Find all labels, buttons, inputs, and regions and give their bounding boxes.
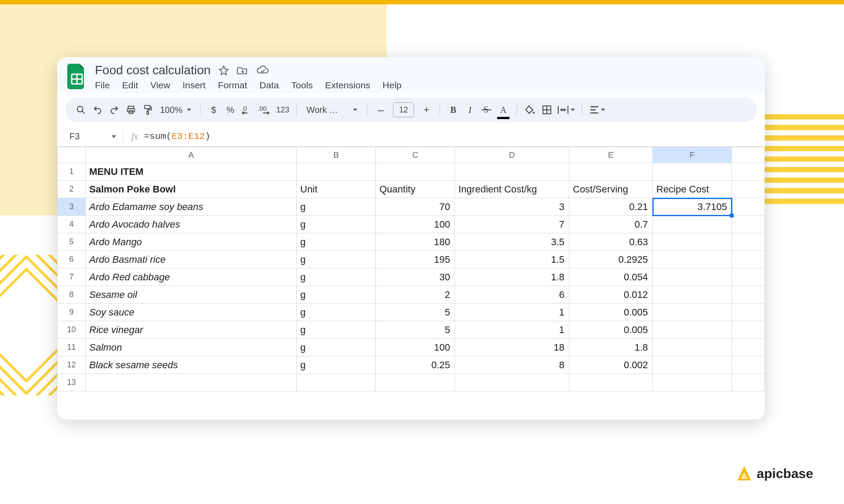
column-header-E[interactable]: E	[569, 147, 653, 163]
cell[interactable]: 1.8	[455, 268, 569, 286]
row-header[interactable]: 1	[58, 163, 86, 181]
cell[interactable]: 2	[376, 286, 455, 304]
cell[interactable]	[732, 286, 765, 304]
cell[interactable]: Salmon Poke Bowl	[86, 181, 297, 198]
menu-edit[interactable]: Edit	[122, 80, 138, 91]
strikethrough-button[interactable]: S	[479, 102, 495, 118]
cell[interactable]: 0.012	[569, 286, 653, 304]
paint-format-icon[interactable]	[140, 102, 156, 118]
column-header-C[interactable]: C	[376, 147, 455, 163]
name-box[interactable]: F3	[57, 131, 123, 141]
cell[interactable]	[732, 321, 765, 339]
cell[interactable]: g	[297, 339, 376, 356]
cell[interactable]	[376, 163, 455, 181]
horizontal-align-button[interactable]	[588, 102, 607, 118]
search-icon[interactable]	[73, 102, 89, 118]
cell[interactable]	[732, 374, 765, 392]
cell[interactable]	[732, 304, 765, 321]
cell[interactable]	[732, 198, 765, 216]
cell[interactable]: Ardo Red cabbage	[86, 268, 297, 286]
cell[interactable]	[569, 163, 653, 181]
cell[interactable]	[297, 163, 376, 181]
cell[interactable]	[297, 374, 376, 392]
cell[interactable]: 5	[376, 304, 455, 321]
cell[interactable]	[569, 374, 653, 392]
row-header[interactable]: 2	[58, 181, 86, 198]
column-header-extra[interactable]	[732, 147, 765, 163]
cell[interactable]	[653, 304, 732, 321]
spreadsheet-grid[interactable]: A B C D E F 1 MENU ITEM 2 Salmon Poke	[57, 147, 765, 420]
bold-button[interactable]: B	[445, 102, 461, 118]
cell[interactable]: 30	[376, 268, 455, 286]
cell[interactable]: 1	[455, 321, 569, 339]
sheets-logo-icon[interactable]	[67, 63, 87, 90]
cell[interactable]	[732, 268, 765, 286]
cell[interactable]	[653, 251, 732, 268]
cell[interactable]	[376, 374, 455, 392]
cell[interactable]: 5	[376, 321, 455, 339]
row-header[interactable]: 9	[58, 304, 86, 321]
cell[interactable]: Cost/Serving	[569, 181, 653, 198]
format-currency-button[interactable]: $	[206, 102, 222, 118]
cell[interactable]: 3.5	[455, 233, 569, 251]
active-cell[interactable]: 3.7105	[653, 198, 732, 216]
cell[interactable]: g	[297, 251, 376, 268]
cell[interactable]	[653, 286, 732, 304]
menu-tools[interactable]: Tools	[291, 80, 313, 91]
column-header-B[interactable]: B	[297, 147, 376, 163]
cell[interactable]	[86, 374, 297, 392]
cell[interactable]: Ardo Avocado halves	[86, 216, 297, 233]
cloud-saved-icon[interactable]	[256, 65, 269, 76]
merge-cells-button[interactable]	[556, 102, 577, 118]
cell[interactable]	[653, 321, 732, 339]
row-header[interactable]: 12	[58, 356, 86, 374]
italic-button[interactable]: I	[462, 102, 478, 118]
cell[interactable]: 6	[455, 286, 569, 304]
increase-decimal-button[interactable]: .00	[256, 102, 273, 118]
cell[interactable]: 100	[376, 216, 455, 233]
menu-extensions[interactable]: Extensions	[325, 80, 371, 91]
zoom-select[interactable]: 100%	[156, 102, 195, 118]
row-header[interactable]: 11	[58, 339, 86, 356]
cell[interactable]: 1.5	[455, 251, 569, 268]
undo-icon[interactable]	[90, 102, 106, 118]
row-header[interactable]: 6	[58, 251, 86, 268]
menu-view[interactable]: View	[150, 80, 170, 91]
cell[interactable]: g	[297, 233, 376, 251]
select-all-corner[interactable]	[58, 147, 86, 163]
cell[interactable]: Recipe Cost	[653, 181, 732, 198]
cell[interactable]: 3	[455, 198, 569, 216]
formula-input[interactable]: =sum(E3:E12)	[144, 131, 210, 141]
cell[interactable]: Sesame oil	[86, 286, 297, 304]
text-color-button[interactable]: A	[495, 102, 511, 118]
row-header[interactable]: 13	[58, 374, 86, 392]
cell[interactable]: g	[297, 286, 376, 304]
cell[interactable]: 7	[455, 216, 569, 233]
cell[interactable]: 1.8	[569, 339, 653, 356]
cell[interactable]: 0.7	[569, 216, 653, 233]
cell[interactable]: 18	[455, 339, 569, 356]
cell[interactable]: 0.2925	[569, 251, 653, 268]
cell[interactable]: g	[297, 216, 376, 233]
cell[interactable]: 0.63	[569, 233, 653, 251]
row-header[interactable]: 4	[58, 216, 86, 233]
cell[interactable]	[653, 163, 732, 181]
cell[interactable]: Ingredient Cost/kg	[455, 181, 569, 198]
cell[interactable]	[653, 339, 732, 356]
menu-format[interactable]: Format	[218, 80, 247, 91]
more-formats-button[interactable]: 123	[274, 102, 291, 118]
font-family-select[interactable]: Work …	[302, 102, 362, 118]
cell[interactable]: 1	[455, 304, 569, 321]
cell[interactable]: 0.005	[569, 304, 653, 321]
row-header[interactable]: 7	[58, 268, 86, 286]
redo-icon[interactable]	[106, 102, 122, 118]
column-header-A[interactable]: A	[86, 147, 297, 163]
cell[interactable]	[653, 374, 732, 392]
cell[interactable]	[653, 356, 732, 374]
cell[interactable]: 0.21	[569, 198, 653, 216]
font-size-input[interactable]: 12	[393, 102, 414, 117]
menu-help[interactable]: Help	[382, 80, 401, 91]
cell[interactable]: 0.054	[569, 268, 653, 286]
cell[interactable]: 0.25	[376, 356, 455, 374]
cell[interactable]	[455, 163, 569, 181]
